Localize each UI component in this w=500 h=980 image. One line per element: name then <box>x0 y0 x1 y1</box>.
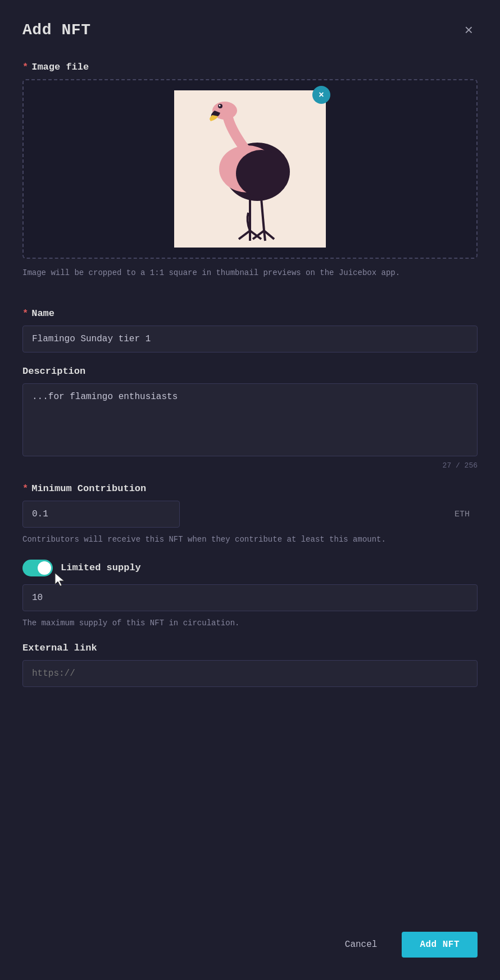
svg-point-5 <box>236 150 287 197</box>
external-link-section: External link <box>22 643 478 687</box>
contribution-label: * Minimum Contribution <box>22 483 478 494</box>
footer-buttons: Cancel Add NFT <box>22 909 478 958</box>
contribution-required-star: * <box>22 483 28 494</box>
contribution-input[interactable] <box>22 501 180 528</box>
modal-title: Add NFT <box>22 21 91 39</box>
name-section: * Name <box>22 308 478 352</box>
add-nft-modal: Add NFT × * Image file <box>0 0 500 980</box>
image-remove-button[interactable]: × <box>312 86 330 104</box>
image-file-label: * Image file <box>22 62 478 72</box>
svg-point-3 <box>219 105 221 107</box>
toggle-slider <box>22 560 53 576</box>
description-label: Description <box>22 366 478 377</box>
image-upload-area[interactable]: × <box>22 79 478 259</box>
name-label: * Name <box>22 308 478 319</box>
svg-line-8 <box>239 231 250 239</box>
contribution-section: * Minimum Contribution ETH Contributors … <box>22 483 478 546</box>
limited-supply-toggle[interactable] <box>22 560 53 576</box>
external-link-input[interactable] <box>22 660 478 687</box>
supply-input[interactable] <box>22 584 478 611</box>
image-file-section: * Image file <box>22 62 478 295</box>
limited-supply-label: Limited supply <box>61 562 141 573</box>
modal-close-button[interactable]: × <box>460 20 478 39</box>
supply-hint: The maximum supply of this NFT in circul… <box>22 617 478 629</box>
toggle-row: Limited supply <box>22 560 478 576</box>
contribution-row: ETH <box>22 501 478 528</box>
image-preview: × <box>174 90 326 248</box>
description-section: Description ...for flamingo enthusiasts … <box>22 366 478 470</box>
flamingo-image <box>174 90 326 248</box>
textarea-wrapper: ...for flamingo enthusiasts 27 / 256 <box>22 383 478 470</box>
cancel-button[interactable]: Cancel <box>329 932 393 958</box>
limited-supply-section: Limited supply The maximum supply of thi… <box>22 560 478 629</box>
name-required-star: * <box>22 308 28 319</box>
eth-badge: ETH <box>454 510 470 519</box>
description-textarea[interactable]: ...for flamingo enthusiasts <box>22 383 478 456</box>
name-input[interactable] <box>22 326 478 352</box>
image-hint: Image will be cropped to a 1:1 square in… <box>22 267 478 279</box>
contribution-hint: Contributors will receive this NFT when … <box>22 533 478 546</box>
svg-line-13 <box>264 231 265 241</box>
required-star: * <box>22 62 28 72</box>
toggle-row-wrapper: Limited supply <box>22 560 478 576</box>
external-link-label: External link <box>22 643 478 653</box>
add-nft-button[interactable]: Add NFT <box>402 932 478 958</box>
modal-header: Add NFT × <box>22 20 478 39</box>
char-count: 27 / 256 <box>22 461 478 470</box>
svg-line-7 <box>261 198 264 231</box>
